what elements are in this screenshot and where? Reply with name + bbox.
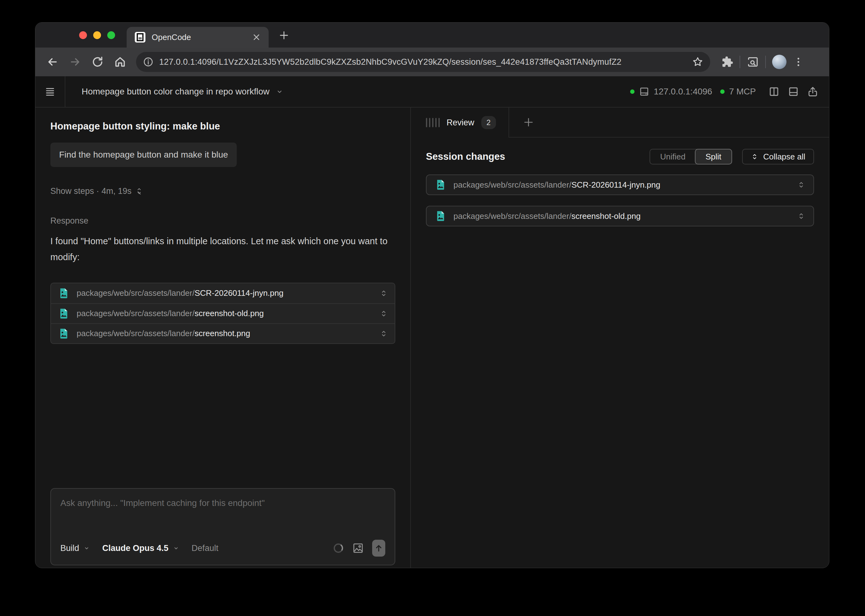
collapse-all-button[interactable]: Collapse all — [742, 149, 814, 165]
header-divider — [65, 76, 65, 107]
profile-avatar[interactable] — [772, 55, 786, 69]
close-tab-icon[interactable] — [252, 33, 261, 41]
mode-label: Build — [60, 544, 79, 553]
server-status[interactable]: 127.0.0.1:4096 — [630, 86, 712, 97]
chevron-down-icon — [173, 545, 179, 551]
attach-image-icon[interactable] — [352, 542, 364, 554]
extensions-icon[interactable] — [722, 56, 733, 68]
diff-view-segment: Unified Split — [650, 149, 732, 165]
file-path: packages/web/src/assets/lander/screensho… — [77, 309, 264, 318]
file-path: packages/web/src/assets/lander/screensho… — [77, 328, 250, 338]
browser-toolbar: 127.0.0.1:4096/L1VzZXJzL3J5YW52b2dlbC9kZ… — [35, 47, 829, 76]
file-path: packages/web/src/assets/lander/SCR-20260… — [77, 288, 283, 298]
reload-button[interactable] — [88, 53, 107, 71]
review-tab-bar: Review 2 — [411, 108, 829, 138]
review-count-badge: 2 — [481, 116, 496, 129]
server-status-dot — [630, 90, 634, 94]
zoom-window-button[interactable] — [107, 31, 115, 39]
split-horizontal-icon[interactable] — [788, 86, 799, 97]
sidebar-menu-button[interactable] — [35, 76, 65, 107]
context-usage-ring-icon — [333, 542, 344, 554]
mcp-status-dot — [720, 90, 725, 94]
server-icon — [639, 86, 650, 97]
model-label: Claude Opus 4.5 — [102, 544, 168, 553]
response-label: Response — [50, 216, 395, 226]
chat-title: Homepage button styling: make blue — [50, 121, 395, 132]
header-status-area: 127.0.0.1:4096 7 MCP — [630, 86, 829, 97]
toolbar-separator — [765, 56, 766, 68]
session-title-text: Homepage button color change in repo wor… — [82, 86, 270, 97]
message-composer: Build Claude Opus 4.5 Default — [50, 488, 395, 565]
home-button[interactable] — [111, 53, 129, 71]
minimize-window-button[interactable] — [93, 31, 101, 39]
unfold-icon — [380, 289, 388, 297]
image-file-icon — [58, 308, 70, 320]
browser-tab[interactable]: OpenCode — [127, 27, 269, 47]
forward-button[interactable] — [66, 53, 84, 71]
browser-window: OpenCode 127.0.0.1:4096/L1VzZXJzL3J5YW52… — [35, 22, 829, 568]
url-text[interactable]: 127.0.0.1:4096/L1VzZXJzL3J5YW52b2dlbC9kZ… — [159, 57, 686, 67]
split-view-button[interactable]: Split — [695, 149, 732, 165]
address-bar[interactable]: 127.0.0.1:4096/L1VzZXJzL3J5YW52b2dlbC9kZ… — [136, 52, 710, 72]
response-text: I found "Home" buttons/links in multiple… — [50, 233, 391, 265]
session-changes-section: Session changes Unified Split Collapse a… — [411, 138, 829, 248]
mcp-count-text: 7 MCP — [729, 86, 756, 97]
session-changes-title: Session changes — [426, 151, 505, 162]
image-file-icon — [435, 210, 447, 222]
image-file-icon — [58, 288, 70, 299]
toolbar-separator — [739, 56, 740, 68]
unfold-icon — [380, 330, 388, 338]
tab-title: OpenCode — [152, 33, 246, 42]
review-tab-bar-rest — [509, 108, 829, 138]
toolbar-right — [722, 55, 804, 69]
session-title-dropdown[interactable]: Homepage button color change in repo wor… — [82, 86, 283, 97]
window-controls — [79, 31, 115, 39]
chevron-down-icon — [83, 545, 90, 551]
back-button[interactable] — [44, 53, 61, 71]
chat-panel: Homepage button styling: make blue Find … — [35, 108, 410, 568]
changed-file-row[interactable]: packages/web/src/assets/lander/screensho… — [426, 206, 814, 226]
show-steps-toggle[interactable]: Show steps · 4m, 19s — [50, 186, 143, 196]
tab-review[interactable]: Review 2 — [411, 108, 509, 138]
main-area: Homepage button styling: make blue Find … — [35, 108, 829, 568]
image-file-icon — [58, 328, 70, 339]
file-option-list: packages/web/src/assets/lander/SCR-20260… — [50, 283, 395, 344]
mode-dropdown[interactable]: Build — [60, 544, 90, 553]
diff-controls: Unified Split Collapse all — [650, 149, 814, 165]
app-header: Homepage button color change in repo wor… — [35, 76, 829, 108]
add-review-tab-button[interactable] — [523, 116, 534, 128]
image-file-icon — [435, 179, 447, 191]
composer-input[interactable] — [60, 498, 385, 540]
send-button[interactable] — [372, 540, 385, 556]
session-changes-header: Session changes Unified Split Collapse a… — [426, 149, 814, 165]
drag-handle-icon[interactable] — [426, 118, 440, 127]
model-dropdown[interactable]: Claude Opus 4.5 — [102, 544, 179, 553]
site-info-icon[interactable] — [143, 57, 154, 67]
file-option-row[interactable]: packages/web/src/assets/lander/SCR-20260… — [51, 283, 395, 303]
file-option-row[interactable]: packages/web/src/assets/lander/screensho… — [51, 323, 395, 343]
browser-tab-strip: OpenCode — [35, 22, 829, 47]
unfold-icon — [135, 188, 143, 195]
chevron-down-icon — [276, 88, 283, 95]
file-option-row[interactable]: packages/web/src/assets/lander/screensho… — [51, 303, 395, 323]
unfold-icon — [751, 153, 758, 160]
file-path: packages/web/src/assets/lander/screensho… — [453, 211, 640, 221]
review-tab-label: Review — [447, 118, 474, 127]
bookmark-star-icon[interactable] — [692, 56, 703, 68]
review-panel: Review 2 Session changes Unified Split — [411, 108, 829, 568]
browser-menu-icon[interactable] — [793, 56, 804, 68]
server-host-text: 127.0.0.1:4096 — [654, 86, 712, 97]
changed-file-row[interactable]: packages/web/src/assets/lander/SCR-20260… — [426, 174, 814, 195]
close-window-button[interactable] — [79, 31, 87, 39]
unfold-icon — [797, 212, 805, 220]
search-tabs-icon[interactable] — [747, 56, 759, 68]
show-steps-label: Show steps · 4m, 19s — [50, 186, 132, 196]
new-tab-button[interactable] — [277, 28, 291, 42]
composer-toolbar: Build Claude Opus 4.5 Default — [60, 540, 385, 556]
collapse-all-label: Collapse all — [763, 152, 805, 162]
mcp-status[interactable]: 7 MCP — [720, 86, 756, 97]
split-vertical-icon[interactable] — [768, 86, 780, 97]
agent-label: Default — [192, 544, 219, 553]
share-icon[interactable] — [807, 86, 818, 97]
unified-view-button[interactable]: Unified — [650, 149, 695, 164]
